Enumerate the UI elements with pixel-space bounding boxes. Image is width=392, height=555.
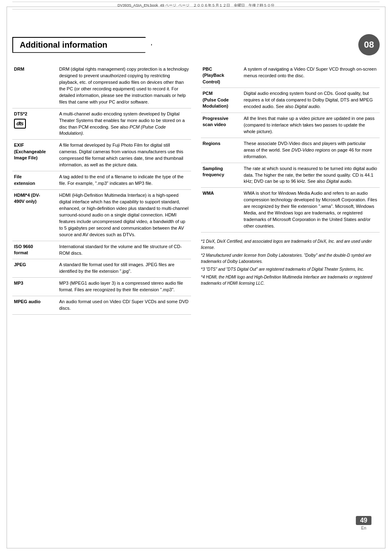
meta-line: DV393S_ASIA_EN.book 49 ページ ページ ２００６年５月１２… xyxy=(12,2,380,9)
glossary-term: Regions xyxy=(201,138,242,163)
glossary-row: WMAWMA is short for Windows Media Audio … xyxy=(201,188,380,233)
glossary-row: PBC(PlayBackControl)A system of navigati… xyxy=(201,64,380,88)
footnote: *3 "DTS" and "DTS Digital Out" are regis… xyxy=(201,266,380,272)
footnote: *4 HDMI, the HDMI logo and High-Definiti… xyxy=(201,274,380,286)
glossary-row: DRMDRM (digital rights management) copy … xyxy=(12,64,191,108)
page-number: 49 xyxy=(356,516,371,525)
right-column: PBC(PlayBackControl)A system of navigati… xyxy=(201,64,380,315)
glossary-term: MP3 xyxy=(12,278,58,296)
glossary-definition: A file format developed by Fuji Photo Fi… xyxy=(58,140,191,171)
glossary-row: MPEG audioAn audio format used on Video … xyxy=(12,296,191,315)
glossary-definition: International standard for the volume an… xyxy=(58,241,191,259)
glossary-term: PBC(PlayBackControl) xyxy=(201,64,242,88)
glossary-definition: A standard file format used for still im… xyxy=(58,259,191,278)
glossary-definition: All the lines that make up a video pictu… xyxy=(242,113,380,138)
glossary-term: Progressivescan video xyxy=(201,113,242,138)
glossary-row: ISO 9660formatInternational standard for… xyxy=(12,241,191,259)
glossary-row: SamplingfrequencyThe rate at which sound… xyxy=(201,163,380,188)
glossary-row: DTS*2dtsA multi-channel audio encoding s… xyxy=(12,108,191,140)
glossary-row: PCM(Pulse CodeModulation)Digital audio e… xyxy=(201,88,380,113)
glossary-definition: A multi-channel audio encoding system de… xyxy=(58,108,191,140)
glossary-definition: MP3 (MPEG1 audio layer 3) is a compresse… xyxy=(58,278,191,296)
glossary-definition: DRM (digital rights management) copy pro… xyxy=(58,64,191,108)
glossary-row: MP3MP3 (MPEG1 audio layer 3) is a compre… xyxy=(12,278,191,296)
glossary-row: JPEGA standard file format used for stil… xyxy=(12,259,191,278)
header-bar: Additional information 08 xyxy=(12,34,380,55)
glossary-term: HDMI*4 (DV-490V only) xyxy=(12,190,58,241)
glossary-row: FileextensionA tag added to the end of a… xyxy=(12,171,191,190)
glossary-definition: Digital audio encoding system found on C… xyxy=(242,88,380,113)
glossary-term: PCM(Pulse CodeModulation) xyxy=(201,88,242,113)
glossary-term: DTS*2dts xyxy=(12,108,58,140)
glossary-row: EXIF(ExchangeableImage File)A file forma… xyxy=(12,140,191,171)
glossary-term: EXIF(ExchangeableImage File) xyxy=(12,140,58,171)
glossary-definition: A tag added to the end of a filename to … xyxy=(58,171,191,190)
glossary-definition: These associate DVD-Video discs and play… xyxy=(242,138,380,163)
glossary-term: MPEG audio xyxy=(12,296,58,315)
glossary-term: DRM xyxy=(12,64,58,108)
glossary-term: Samplingfrequency xyxy=(201,163,242,188)
footnote: *1 DivX, DivX Certified, and associated … xyxy=(201,238,380,251)
glossary-definition: A system of navigating a Video CD/ Super… xyxy=(242,64,380,88)
glossary-term: Fileextension xyxy=(12,171,58,190)
footnote: *2 Manufactured under license from Dolby… xyxy=(201,252,380,265)
glossary-row: HDMI*4 (DV-490V only)HDMI (High-Definiti… xyxy=(12,190,191,241)
glossary-definition: An audio format used on Video CD/ Super … xyxy=(58,296,191,315)
page-title: Additional information xyxy=(20,40,143,50)
right-glossary-table: PBC(PlayBackControl)A system of navigati… xyxy=(201,64,380,233)
glossary-definition: The rate at which sound is measured to b… xyxy=(242,163,380,188)
glossary-term: WMA xyxy=(201,188,242,233)
chapter-badge: 08 xyxy=(358,34,380,55)
page-lang: En xyxy=(356,526,371,530)
page-footer: 49 En xyxy=(356,516,371,530)
left-column: DRMDRM (digital rights management) copy … xyxy=(12,64,191,315)
glossary-term: ISO 9660format xyxy=(12,241,58,259)
footnotes: *1 DivX, DivX Certified, and associated … xyxy=(201,238,380,286)
glossary-definition: WMA is short for Windows Media Audio and… xyxy=(242,188,380,233)
glossary-term: JPEG xyxy=(12,259,58,278)
dts-logo: dts xyxy=(14,119,26,129)
glossary-row: RegionsThese associate DVD-Video discs a… xyxy=(201,138,380,163)
meta-date: ページ ２００６年５月１２日 金曜日 午後７時５０分 xyxy=(178,3,274,7)
glossary-definition: HDMI (High-Definition Multimedia Interfa… xyxy=(58,190,191,241)
header-title-box: Additional information xyxy=(12,37,152,53)
main-content: DRMDRM (digital rights management) copy … xyxy=(12,64,380,315)
left-glossary-table: DRMDRM (digital rights management) copy … xyxy=(12,64,191,315)
glossary-row: Progressivescan videoAll the lines that … xyxy=(201,113,380,138)
